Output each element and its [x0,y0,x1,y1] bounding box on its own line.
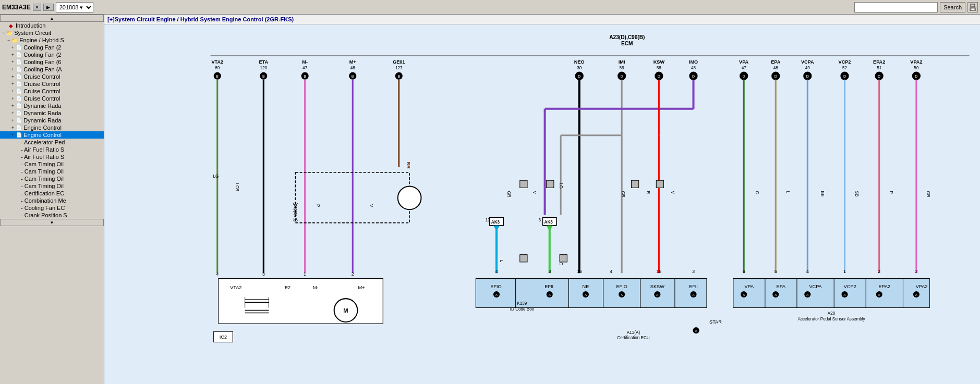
sidebar-item-cruisecontrol2[interactable]: +📄Cruise Control [0,80,104,88]
wire-label-v1: V [532,191,537,194]
sidebar-item-cruisecontrol3[interactable]: +📄Cruise Control [0,88,104,95]
wire-label-p: P [889,191,893,194]
sidebar-item-cruisecontrol1[interactable]: +📄Cruise Control [0,73,104,80]
expand-icon-cruisecontrol2: + [11,81,14,86]
pin-letter-epa: D [775,75,777,79]
sidebar-item-camtiming2[interactable]: - Cam Timing Oil [0,168,104,175]
sidebar-item-coolingfan4[interactable]: +📄Cooling Fan (A [0,66,104,73]
pin-letter-vta2: B [216,75,219,79]
sidebar-label-dynamicradar1: Dynamic Rada [23,103,61,109]
wire-label-br: BR [406,162,411,169]
a20-id: A20 [828,311,836,316]
expand-icon-cruisecontrol1: + [11,74,14,79]
pin-num-vpa2: 50 [914,66,919,70]
pin-label-imo: IMO [689,59,698,65]
close-button[interactable]: ✕ [33,4,41,11]
sidebar-label-cruisecontrol3: Cruise Control [23,88,60,94]
diagram-area[interactable]: A23(D),C96(B) ECM VTA2 89 B ETA 120 B M-… [104,24,980,384]
pin-num-eta: 120 [260,66,267,70]
wire-label-p: P [316,204,320,207]
pin-num-imo: 45 [691,66,696,70]
sidebar-item-dynamicradar1[interactable]: +📄Dynamic Rada [0,102,104,109]
a20-vpa2: VPA2 [916,284,928,289]
sidebar-item-dynamicradar3[interactable]: +📄Dynamic Rada [0,117,104,124]
pin-letter-imi: D [621,75,623,79]
sidebar-item-enginecontrol2[interactable]: +📄Engine Control [0,131,104,139]
pin-letter-vcpa: D [806,75,809,79]
sidebar-item-combiname[interactable]: - Combination Me [0,197,104,204]
print-button[interactable] [967,2,978,13]
title-bar: EM33A3E ✕ ▶ 201808 ▾ Search [0,0,980,15]
sidebar-item-coolingfan3[interactable]: +📄Cooling Fan (6 [0,58,104,66]
page-icon-coolingfan2: 📄 [15,52,22,58]
sidebar-item-accelped[interactable]: - Accelerator Ped [0,139,104,146]
sidebar-label-camtiming1: - Cam Timing Oil [21,161,64,167]
pin-num-mplus: 48 [350,66,356,70]
a20-vcpa: VCPA [809,284,822,289]
page-icon-cruisecontrol2: 📄 [15,81,22,87]
sidebar-item-coolingfan2[interactable]: +📄Cooling Fan (2 [0,51,104,58]
breadcrumb: [+]System Circuit Engine / Hybrid System… [104,15,980,24]
year-select[interactable]: 201808 ▾ [56,2,93,13]
sidebar-item-syscircuit[interactable]: −📁System Circuit [0,29,104,36]
sidebar-item-camtiming4[interactable]: - Cam Timing Oil [0,182,104,190]
pin-label-eta: ETA [259,59,268,65]
sidebar-label-enginehybrid: Engine / Hybrid S [19,37,64,43]
expand-icon-cruisecontrol3: + [11,89,14,94]
pin-label-vta2: VTA2 [211,59,223,65]
pin-bot-a13-4: 4 [610,269,612,274]
motor-mplus: M+ [358,285,365,290]
pin-bot-a20-6: 6 [743,269,745,274]
sidebar-label-coolingfan4: Cooling Fan (A [23,66,62,72]
sidebar-item-intro[interactable]: ◆Introduction [0,22,104,29]
sidebar-item-coolingfanec[interactable]: - Cooling Fan EC [0,204,104,212]
expand-icon-coolingfan1: + [11,45,14,50]
sidebar-item-dynamicradar2[interactable]: +📄Dynamic Rada [0,109,104,117]
expand-icon-enginehybrid: − [7,38,10,43]
sidebar-item-enginecontrol1[interactable]: +📄Engine Control [0,124,104,131]
wire-label-gr3: GR [926,191,930,197]
pin-top-1: 1 [304,271,306,277]
expand-icon-coolingfan4: + [11,67,14,72]
k139-id: K139 [517,301,527,306]
a13-efii: EFII [689,284,698,289]
motor-m-label: M [343,307,348,314]
content-area: [+]System Circuit Engine / Hybrid System… [104,15,980,384]
pin-letter-mplus: B [352,75,354,79]
sidebar-item-airfuel2[interactable]: - Air Fuel Ratio S [0,153,104,160]
pin-letter-imo: D [692,75,695,79]
signal-box2 [547,180,554,188]
sidebar-item-cruisecontrol4[interactable]: +📄Cruise Control [0,95,104,102]
sidebar-item-certec[interactable]: - Certification EC [0,190,104,197]
sidebar-scroll-up[interactable]: ▲ [0,15,104,22]
page-icon-dynamicradar2: 📄 [15,110,22,116]
page-icon-cruisecontrol3: 📄 [15,88,22,94]
search-button[interactable]: Search [940,2,965,13]
sidebar-item-airfuel1[interactable]: - Air Fuel Ratio S [0,146,104,153]
sidebar-label-dynamicradar3: Dynamic Rada [23,117,61,123]
pin-letter-epa2: D [878,75,880,79]
expand-icon-enginecontrol1: + [11,125,14,130]
page-icon-enginecontrol1: 📄 [15,125,22,131]
sidebar-item-coolingfan1[interactable]: +📄Cooling Fan (2 [0,44,104,51]
pin-top-4: 4 [216,271,219,277]
play-button[interactable]: ▶ [43,4,54,11]
pin-label-vpa2: VPA2 [910,59,922,65]
sidebar-item-enginehybrid[interactable]: −📁Engine / Hybrid S [0,36,104,44]
sidebar-item-camtiming3[interactable]: - Cam Timing Oil [0,175,104,182]
connector-a20 [733,278,930,307]
sidebar-scroll-down[interactable]: ▼ [0,219,104,226]
signal-box3 [631,180,638,188]
motor-mminus: M- [313,285,319,290]
ecm-label: A23(D),C96(B) [609,34,645,40]
pin-num-vpa: 47 [742,66,747,70]
signal-box5 [520,255,527,262]
sidebar-item-crankpos[interactable]: - Crank Position S [0,212,104,219]
pin-num-vcpa: 49 [805,66,810,70]
search-input[interactable] [854,2,938,13]
pin-bot-a20-4: 4 [806,269,809,274]
star-label: STAR [709,319,722,325]
sidebar-item-camtiming1[interactable]: - Cam Timing Oil [0,160,104,168]
wire-label-small1: L [499,260,504,263]
page-icon-dynamicradar1: 📄 [15,103,22,109]
